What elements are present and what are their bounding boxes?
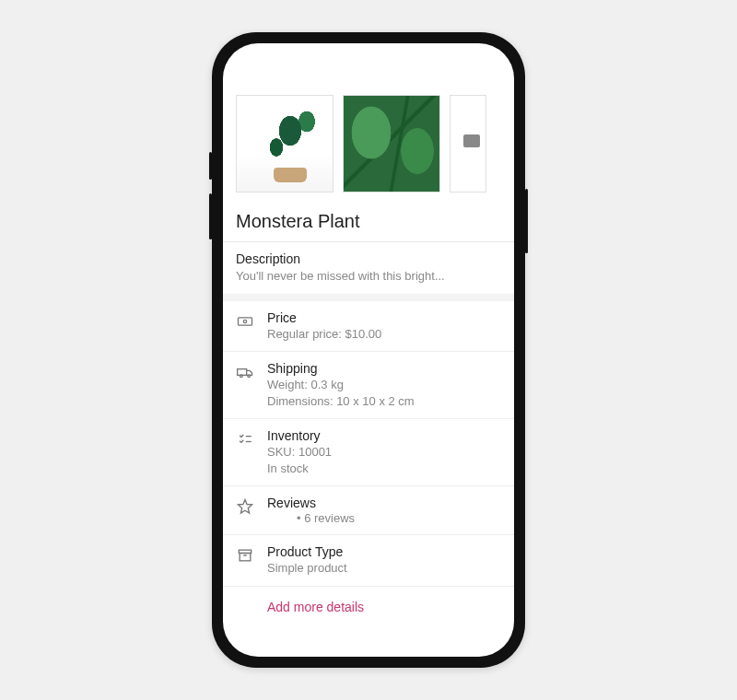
svg-rect-9	[240, 554, 251, 561]
checklist-icon	[236, 428, 254, 449]
shipping-row[interactable]: Shipping Weight: 0.3 kg Dimensions: 10 x…	[223, 352, 514, 419]
reviews-row[interactable]: Reviews • 6 reviews	[223, 486, 514, 535]
svg-point-3	[240, 375, 243, 378]
product-type-value: Simple product	[267, 560, 501, 577]
product-type-label: Product Type	[267, 544, 501, 559]
truck-icon	[236, 361, 254, 381]
product-image-placeholder[interactable]	[450, 95, 486, 192]
description-section[interactable]: Description You'll never be missed with …	[223, 241, 514, 294]
svg-point-4	[248, 375, 251, 378]
svg-marker-7	[239, 500, 252, 514]
phone-power-button	[525, 189, 528, 253]
add-more-details-button[interactable]: Add more details	[223, 586, 514, 631]
inventory-stock: In stock	[267, 461, 501, 477]
price-row[interactable]: Price Regular price: $10.00	[223, 301, 514, 353]
product-type-row[interactable]: Product Type Simple product	[223, 535, 514, 586]
phone-volume-button	[209, 152, 212, 180]
product-image[interactable]	[236, 95, 333, 192]
archive-icon	[236, 544, 254, 565]
price-value: Regular price: $10.00	[267, 326, 501, 343]
product-title: Monstera Plant	[223, 205, 514, 241]
inventory-label: Inventory	[267, 428, 501, 443]
screen: Monstera Plant Description You'll never …	[223, 43, 514, 657]
reviews-count: • 6 reviews	[267, 511, 501, 525]
inventory-sku: SKU: 10001	[267, 444, 501, 461]
cash-icon	[236, 310, 254, 331]
detail-list: Price Regular price: $10.00 Shipping Wei…	[223, 294, 514, 586]
price-label: Price	[267, 310, 501, 325]
svg-rect-2	[238, 369, 247, 376]
shipping-label: Shipping	[267, 361, 501, 376]
phone-frame: Monstera Plant Description You'll never …	[212, 32, 525, 668]
product-gallery[interactable]	[223, 95, 514, 205]
phone-volume-button	[209, 193, 212, 239]
shipping-weight: Weight: 0.3 kg	[267, 377, 501, 393]
product-detail-screen: Monstera Plant Description You'll never …	[223, 43, 514, 657]
product-image[interactable]	[343, 95, 440, 192]
inventory-row[interactable]: Inventory SKU: 10001 In stock	[223, 419, 514, 486]
description-label: Description	[236, 251, 501, 266]
svg-rect-0	[239, 317, 252, 324]
description-text: You'll never be missed with this bright.…	[236, 268, 501, 285]
star-icon	[236, 496, 254, 516]
shipping-dimensions: Dimensions: 10 x 10 x 2 cm	[267, 393, 501, 410]
reviews-label: Reviews	[267, 496, 501, 510]
svg-point-1	[243, 320, 246, 322]
